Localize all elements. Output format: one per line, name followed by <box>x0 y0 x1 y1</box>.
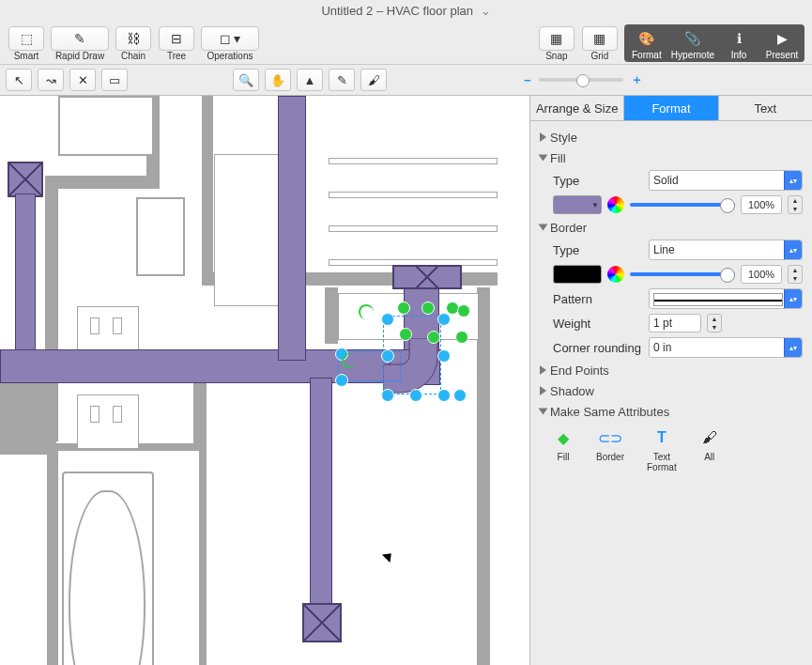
same-all-button[interactable]: 🖌All <box>699 427 720 472</box>
format-pane-button[interactable]: 🎨Format <box>628 24 666 62</box>
operations-label: Operations <box>207 51 253 61</box>
canvas[interactable] <box>0 96 530 665</box>
same-all-label: All <box>704 452 714 462</box>
format-pane-label: Format <box>632 50 662 60</box>
zoom-tool[interactable]: 🔍 <box>233 69 259 91</box>
cursor-icon <box>382 549 395 563</box>
title-chevron-icon[interactable]: ⌄ <box>481 4 491 18</box>
connector-tool[interactable]: ↝ <box>38 69 64 91</box>
weight-label: Weight <box>553 317 643 331</box>
fill-type-label: Type <box>553 174 643 188</box>
disclosure-icon[interactable] <box>540 132 546 142</box>
fill-type-value: Solid <box>653 174 679 187</box>
hypernote-label: Hypernote <box>671 50 714 60</box>
same-border-button[interactable]: ⊂⊃Border <box>596 427 624 472</box>
zoom-slider[interactable] <box>539 78 623 82</box>
shadow-label: Shadow <box>550 384 594 398</box>
title-bar: Untitled 2 – HVAC floor plan ⌄ <box>0 0 812 23</box>
shadow-section[interactable]: Shadow <box>540 380 803 401</box>
color-wheel-icon[interactable] <box>607 266 624 283</box>
info-button[interactable]: ℹInfo <box>720 24 758 62</box>
corner-rounding-select[interactable]: 0 in▴▾ <box>649 337 803 358</box>
fill-color-swatch[interactable]: ▼ <box>553 195 602 214</box>
hvac-grille[interactable] <box>302 603 342 642</box>
chain-button[interactable]: ⛓Chain <box>115 24 152 62</box>
border-type-select[interactable]: Line▴▾ <box>649 240 803 260</box>
border-header: Border <box>550 221 587 235</box>
right-toolbar: 🎨Format 📎Hypernote ℹInfo ▶Present <box>624 24 804 62</box>
border-section[interactable]: Border <box>540 217 803 238</box>
rapid-draw-label: Rapid Draw <box>55 51 104 61</box>
zoom-in-button[interactable]: ＋ <box>631 71 643 88</box>
snap-button[interactable]: ▦Snap <box>538 24 575 62</box>
grid-button[interactable]: ▦Grid <box>581 24 619 62</box>
color-wheel-icon[interactable] <box>607 196 624 213</box>
weight-stepper[interactable]: ▲▼ <box>707 314 722 332</box>
grid-label: Grid <box>590 51 608 61</box>
tab-text[interactable]: Text <box>719 96 812 120</box>
endpoints-section[interactable]: End Points <box>540 360 803 380</box>
fill-opacity-value[interactable]: 100% <box>741 195 782 214</box>
border-opacity-value[interactable]: 100% <box>741 265 782 284</box>
snap-label: Snap <box>545 51 567 61</box>
fill-section[interactable]: Fill <box>540 147 803 168</box>
pattern-select[interactable]: ▴▾ <box>649 288 803 309</box>
border-type-label: Type <box>553 243 643 257</box>
disclosure-icon[interactable] <box>539 409 548 415</box>
secondary-toolbar: ↖ ↝ ✕ ▭ 🔍 ✋ ▲ ✎ 🖌 − ＋ <box>0 65 812 96</box>
hvac-grille[interactable] <box>8 162 43 197</box>
border-opacity-slider[interactable] <box>630 272 735 276</box>
corner-label: Corner rounding <box>553 341 643 355</box>
fill-type-select[interactable]: Solid▴▾ <box>649 170 803 191</box>
disclosure-icon[interactable] <box>540 365 546 375</box>
brush-tool[interactable]: 🖌 <box>360 69 387 91</box>
disclosure-icon[interactable] <box>540 386 546 395</box>
tab-arrange-label: Arrange & Size <box>536 101 618 116</box>
disclosure-icon[interactable] <box>539 224 548 231</box>
fill-opacity-stepper[interactable]: ▲▼ <box>788 195 803 214</box>
operations-button[interactable]: ◻ ▾Operations <box>201 24 259 62</box>
shape-tool[interactable]: ▭ <box>101 69 128 91</box>
same-border-label: Border <box>596 452 624 462</box>
rapid-draw-button[interactable]: ✎Rapid Draw <box>51 24 109 62</box>
stamp-tool[interactable]: ▲ <box>297 69 323 91</box>
present-button[interactable]: ▶Present <box>763 24 801 62</box>
same-header: Make Same Attributes <box>550 405 669 419</box>
disclosure-icon[interactable] <box>539 155 548 162</box>
smart-label: Smart <box>14 51 39 61</box>
same-text-label: Text Format <box>647 452 677 472</box>
style-label: Style <box>550 131 577 145</box>
main-toolbar: ⬚Smart ✎Rapid Draw ⛓Chain ⊟Tree ◻ ▾Opera… <box>0 23 812 65</box>
tab-arrange-size[interactable]: Arrange & Size <box>530 96 624 120</box>
hand-tool[interactable]: ✋ <box>265 69 291 91</box>
same-attributes-section[interactable]: Make Same Attributes <box>540 401 803 422</box>
info-label: Info <box>731 50 747 60</box>
pointer-tool[interactable]: ↖ <box>6 69 32 91</box>
inspector-panel: Arrange & Size Format Text Style Fill Ty… <box>530 96 812 665</box>
endpoints-label: End Points <box>550 363 609 378</box>
fill-header: Fill <box>550 151 566 165</box>
hypernote-button[interactable]: 📎Hypernote <box>671 24 714 62</box>
border-opacity-stepper[interactable]: ▲▼ <box>788 265 803 284</box>
same-text-button[interactable]: TText Format <box>647 427 677 472</box>
style-section[interactable]: Style <box>540 127 803 147</box>
chain-label: Chain <box>121 51 146 61</box>
border-type-value: Line <box>653 243 675 256</box>
tab-format[interactable]: Format <box>624 96 718 120</box>
reroute-tool[interactable]: ✕ <box>69 69 96 91</box>
pattern-label: Pattern <box>553 292 643 306</box>
tree-button[interactable]: ⊟Tree <box>158 24 195 62</box>
tab-text-label: Text <box>754 101 776 116</box>
weight-input[interactable]: 1 pt <box>649 314 701 332</box>
border-color-swatch[interactable] <box>553 265 602 284</box>
eyedropper-tool[interactable]: ✎ <box>329 69 355 91</box>
same-fill-label: Fill <box>558 452 570 462</box>
fill-opacity-slider[interactable] <box>630 203 735 207</box>
smart-button[interactable]: ⬚Smart <box>8 24 45 62</box>
corner-value: 0 in <box>653 341 671 354</box>
tab-format-label: Format <box>651 101 690 116</box>
zoom-out-button[interactable]: − <box>524 73 531 87</box>
document-title: Untitled 2 – HVAC floor plan <box>321 4 473 18</box>
hvac-grille[interactable] <box>392 265 462 289</box>
same-fill-button[interactable]: ◆Fill <box>553 427 574 472</box>
